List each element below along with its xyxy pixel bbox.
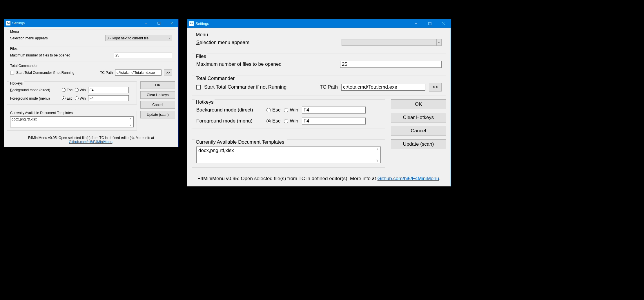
tc-group: Total Commander Start Total Commander if…	[192, 76, 446, 96]
templates-legend: Currently Available Document Templates:	[9, 111, 75, 115]
files-group: Files Maximum number of files to be open…	[192, 54, 446, 72]
action-buttons: OK Clear Hotkeys Cancel	[391, 99, 446, 136]
titlebar[interactable]: F4 Settings	[4, 19, 178, 27]
fg-mode-label: Foreground mode (menu)	[196, 118, 263, 124]
fg-win-radio[interactable]: Win	[75, 96, 86, 100]
menu-legend: Menu	[9, 30, 20, 34]
action-buttons: OK Clear Hotkeys Cancel	[140, 81, 175, 109]
minimize-button[interactable]	[409, 19, 423, 28]
cancel-button[interactable]: Cancel	[391, 126, 446, 136]
window-title: Settings	[12, 21, 25, 25]
tc-path-input[interactable]: c:\totalcmd\Totalcmd.exe	[341, 84, 425, 91]
footer-text: F4MiniMenu v0.95: Open selected file(s) …	[7, 136, 175, 144]
bg-esc-radio[interactable]: Esc	[62, 88, 72, 92]
scrollbar[interactable]: ∧∨	[375, 147, 380, 162]
bg-win-radio[interactable]: Win	[284, 107, 298, 113]
scroll-down-icon: ∨	[376, 159, 378, 162]
titlebar[interactable]: F4 Settings	[187, 19, 451, 28]
hotkeys-legend: Hotkeys	[9, 81, 24, 85]
tc-path-browse-button[interactable]: >>	[164, 69, 172, 76]
window-title: Settings	[195, 21, 209, 26]
templates-group: Currently Available Document Templates: …	[192, 139, 385, 168]
selection-menu-label: Selection menu appears	[10, 36, 48, 40]
tc-path-label: TC Path	[320, 84, 338, 90]
clear-hotkeys-button[interactable]: Clear Hotkeys	[140, 91, 175, 99]
menu-group: Menu Selection menu appears 3 - Right ne…	[7, 30, 175, 44]
bg-mode-label: Background mode (direct)	[10, 88, 59, 92]
max-files-input[interactable]: 25	[114, 52, 172, 58]
start-tc-label: Start Total Commander if not Running	[16, 71, 75, 75]
fg-mode-label: Foreground mode (menu)	[10, 96, 59, 100]
cancel-button[interactable]: Cancel	[140, 101, 175, 109]
clear-hotkeys-button[interactable]: Clear Hotkeys	[391, 113, 446, 122]
update-scan-button[interactable]: Update (scan)	[391, 139, 446, 149]
scroll-up-icon: ∧	[376, 147, 378, 151]
bg-esc-radio[interactable]: Esc	[266, 107, 280, 113]
templates-group: Currently Available Document Templates: …	[7, 111, 137, 131]
chevron-down-icon	[436, 39, 441, 45]
ok-button[interactable]: OK	[391, 99, 446, 109]
svg-rect-5	[429, 22, 431, 25]
fg-esc-radio[interactable]: Esc	[266, 118, 280, 124]
start-tc-label: Start Total Commander if not Running	[204, 84, 286, 90]
github-link[interactable]: Github.com/hi5/F4MiniMenu	[69, 140, 112, 144]
files-legend: Files	[9, 47, 19, 51]
chevron-down-icon	[167, 35, 172, 41]
bg-mode-label: Background mode (direct)	[196, 107, 263, 113]
selection-menu-combo[interactable]	[342, 39, 442, 46]
github-link[interactable]: Github.com/hi5/F4MiniMenu	[378, 176, 439, 181]
settings-window-large: F4 Settings Menu Selection menu appears …	[187, 19, 451, 186]
app-icon: F4	[189, 21, 194, 26]
tc-path-input[interactable]: c:\totalcmd\Totalcmd.exe	[115, 69, 162, 76]
close-button[interactable]	[165, 19, 178, 27]
templates-textarea[interactable]: docx,png,rtf,xlsx ∧∨	[196, 147, 381, 163]
scroll-down-icon: ∨	[130, 124, 132, 127]
bg-win-radio[interactable]: Win	[75, 88, 86, 92]
max-files-label: Maximum number of files to be opened	[10, 53, 70, 57]
selection-menu-combo[interactable]: 3 - Right next to current file	[105, 35, 172, 41]
menu-legend: Menu	[195, 32, 209, 38]
files-legend: Files	[195, 54, 207, 59]
files-group: Files Maximum number of files to be open…	[7, 47, 175, 61]
hotkeys-legend: Hotkeys	[195, 99, 215, 105]
fg-esc-radio[interactable]: Esc	[62, 96, 72, 100]
menu-group: Menu Selection menu appears	[192, 32, 446, 50]
start-tc-checkbox[interactable]	[196, 85, 201, 89]
max-files-input[interactable]: 25	[340, 61, 442, 68]
maximize-button[interactable]	[153, 19, 165, 27]
fg-hotkey-input[interactable]: F4	[88, 95, 129, 101]
tc-path-browse-button[interactable]: >>	[429, 83, 442, 92]
svg-rect-1	[158, 22, 160, 24]
templates-textarea[interactable]: docx,png,rtf,xlsx ∧∨	[10, 116, 134, 127]
selection-menu-value: 3 - Right next to current file	[107, 36, 148, 40]
update-scan-button[interactable]: Update (scan)	[140, 111, 175, 118]
scrollbar[interactable]: ∧∨	[128, 117, 133, 127]
close-button[interactable]	[437, 19, 451, 28]
footer-text: F4MiniMenu v0.95: Open selected file(s) …	[192, 176, 446, 182]
bg-hotkey-input[interactable]: F4	[302, 107, 366, 114]
bg-hotkey-input[interactable]: F4	[88, 87, 129, 93]
ok-button[interactable]: OK	[140, 81, 175, 89]
maximize-button[interactable]	[423, 19, 437, 28]
hotkeys-group: Hotkeys Background mode (direct) Esc Win…	[192, 99, 385, 129]
selection-menu-label: Selection menu appears	[196, 40, 249, 45]
start-tc-checkbox[interactable]	[10, 71, 14, 74]
settings-window-small: F4 Settings Menu Selection menu appears …	[4, 19, 178, 147]
fg-win-radio[interactable]: Win	[284, 118, 298, 124]
max-files-label: Maximum number of files to be opened	[196, 61, 282, 67]
tc-path-label: TC Path	[100, 71, 113, 75]
tc-group: Total Commander Start Total Commander if…	[7, 64, 175, 79]
app-icon: F4	[6, 21, 10, 25]
tc-legend: Total Commander	[9, 64, 39, 68]
minimize-button[interactable]	[140, 19, 153, 27]
fg-hotkey-input[interactable]: F4	[302, 118, 366, 125]
scroll-up-icon: ∧	[130, 117, 132, 120]
hotkeys-group: Hotkeys Background mode (direct) Esc Win…	[7, 81, 137, 105]
templates-legend: Currently Available Document Templates:	[195, 139, 287, 145]
tc-legend: Total Commander	[195, 76, 236, 81]
